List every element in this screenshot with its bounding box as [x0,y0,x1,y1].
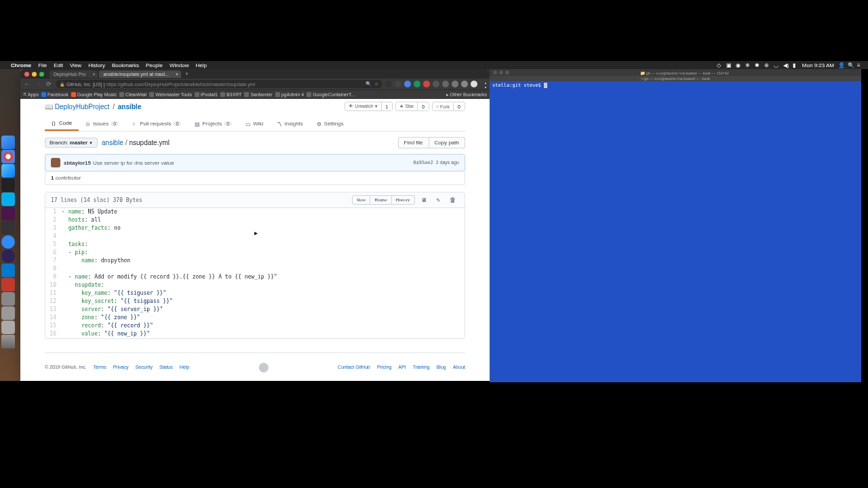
footer-link[interactable]: Terms [94,365,106,369]
line-number[interactable]: 5 [45,241,62,249]
tab-settings[interactable]: ⚙Settings [310,117,351,131]
bookmark-item[interactable]: B3XRT [220,92,241,97]
line-number[interactable]: 8 [45,265,62,273]
tab-pull-requests[interactable]: ⑂Pull requests 0 [125,117,188,131]
extension-icon[interactable] [404,81,411,87]
bookmark-item[interactable]: GoogleContainerT... [307,92,355,97]
menu-bookmarks[interactable]: Bookmarks [112,62,139,68]
repo-link[interactable]: ansible [118,103,141,110]
footer-link[interactable]: Security [136,365,153,369]
new-tab-button[interactable]: + [185,70,189,77]
tab-wiki[interactable]: ▭Wiki [239,117,270,131]
star-button[interactable]: ★ Star0 [395,102,429,111]
menu-window[interactable]: Window [170,62,189,68]
menu-edit[interactable]: Edit [54,62,63,68]
tab-code[interactable]: ⟨⟩Code [45,117,79,131]
menu-file[interactable]: File [38,62,47,68]
code-line[interactable]: 13 server: "{{ server_ip }}" [45,306,465,314]
close-icon[interactable] [24,72,29,77]
branch-selector[interactable]: Branch: master▼ [45,138,98,148]
status-icon[interactable]: ⊕ [764,62,770,68]
dock-eclipse[interactable] [1,249,15,263]
page-content[interactable]: 📖 DeployHubProject / ansible 👁 Unwatch ▾… [20,99,490,381]
status-icon[interactable]: ❄ [745,62,751,68]
footer-link[interactable]: Blog [437,365,446,369]
code-line[interactable]: 7 name: dnspython [45,257,465,265]
clock[interactable]: Mon 9:23 AM [802,62,834,68]
author-link[interactable]: sbtaylor15 [64,160,91,166]
dock-skype[interactable] [1,192,15,206]
code-line[interactable]: 10 nsupdate: [45,281,465,289]
star-icon[interactable]: ☆ [374,81,378,87]
dock-slack[interactable] [1,207,15,220]
commit-message[interactable]: Use server ip for dns server value [93,160,174,166]
dock-app[interactable] [1,321,15,334]
line-number[interactable]: 16 [45,330,62,338]
dock-chrome[interactable] [1,150,15,163]
line-number[interactable]: 1 [45,208,62,216]
avatar[interactable] [51,158,60,167]
status-icon[interactable]: ▣ [726,62,732,68]
bookmark-item[interactable]: Google Play Music [71,92,117,97]
dock-app[interactable] [1,292,15,306]
blame-button[interactable]: Blame [370,195,391,205]
forward-button[interactable]: → [34,81,42,87]
extension-icon[interactable] [442,81,449,87]
status-icon[interactable]: ◉ [736,62,741,68]
copy-path-button[interactable]: Copy path [429,137,465,148]
search-icon[interactable]: 🔍 [848,62,853,68]
line-number[interactable]: 4 [45,232,62,241]
code-line[interactable]: 15 record: "{{ record }}" [45,322,465,330]
extension-icon[interactable] [395,81,401,87]
reload-button[interactable]: ⟳ [45,81,53,87]
dock-music[interactable] [1,221,15,235]
browser-tab[interactable]: ansible/nsupdate.yml at mast...× [99,70,181,78]
bookmark-item[interactable]: Facebook [41,92,68,97]
line-number[interactable]: 12 [45,298,62,306]
code-line[interactable]: 2 hosts: all [45,216,465,224]
line-number[interactable]: 13 [45,306,62,314]
extension-icon[interactable] [385,81,392,87]
terminal-window[interactable]: 📁 git — root@matrix:/var/named — bash — … [490,69,861,382]
back-button[interactable]: ← [23,81,31,87]
menu-history[interactable]: History [88,62,105,68]
footer-link[interactable]: Privacy [113,365,129,369]
terminal-titlebar[interactable]: 📁 git — root@matrix:/var/named — bash — … [490,69,861,76]
line-number[interactable]: 7 [45,257,62,265]
tab-insights[interactable]: 〽Insights [270,117,310,131]
edit-icon[interactable]: ✎ [433,195,443,205]
dock-finder[interactable] [1,136,15,149]
code-line[interactable]: 9 - name: Add or modify {{ record }}.{{ … [45,273,465,281]
line-number[interactable]: 2 [45,216,62,224]
chrome-titlebar[interactable]: DeployHub Pro× ansible/nsupdate.yml at m… [20,69,490,79]
minimize-icon[interactable] [32,72,37,77]
code-line[interactable]: 16 value: "{{ new_ip }}" [45,330,465,338]
footer-link[interactable]: Training [413,365,430,369]
terminal-tab[interactable]: ~/git — root@matrix:/var/named — -bash [490,76,861,81]
line-number[interactable]: 10 [45,281,62,289]
dock-app[interactable] [1,306,15,320]
code-line[interactable]: 5 tasks: [45,241,465,249]
close-icon[interactable] [493,70,497,75]
volume-icon[interactable]: ◀) [783,62,789,68]
footer-link[interactable]: Status [159,365,173,369]
search-icon[interactable]: 🔍 [366,81,372,87]
code-line[interactable]: 11 key_name: "{{ tsiguser }}" [45,289,465,298]
browser-tab[interactable]: DeployHub Pro× [50,70,98,78]
line-number[interactable]: 6 [45,249,62,257]
other-bookmarks[interactable]: ▸ Other Bookmarks [446,92,487,98]
menu-icon[interactable]: ⋮ [480,81,487,87]
apps-button[interactable]: ⠿ Apps [23,92,39,98]
menu-icon[interactable]: ≡ [857,62,863,68]
watch-button[interactable]: 👁 Unwatch ▾1 [344,102,393,111]
tab-issues[interactable]: ⊙Issues 0 [79,117,125,131]
code-line[interactable]: 1- name: NS Update [45,208,465,216]
code-line[interactable]: 12 key_secret: "{{ tsigpass }}" [45,298,465,306]
extension-icon[interactable] [433,81,439,87]
footer-link[interactable]: Pricing [377,365,391,369]
code-body[interactable]: 1- name: NS Update2 hosts: all3 gather_f… [45,208,465,338]
app-name[interactable]: Chrome [11,62,31,68]
folder-link[interactable]: ansible [102,139,123,146]
footer-link[interactable]: Contact GitHub [338,365,370,369]
commit-hash[interactable]: 0a95ae2 [413,160,433,165]
